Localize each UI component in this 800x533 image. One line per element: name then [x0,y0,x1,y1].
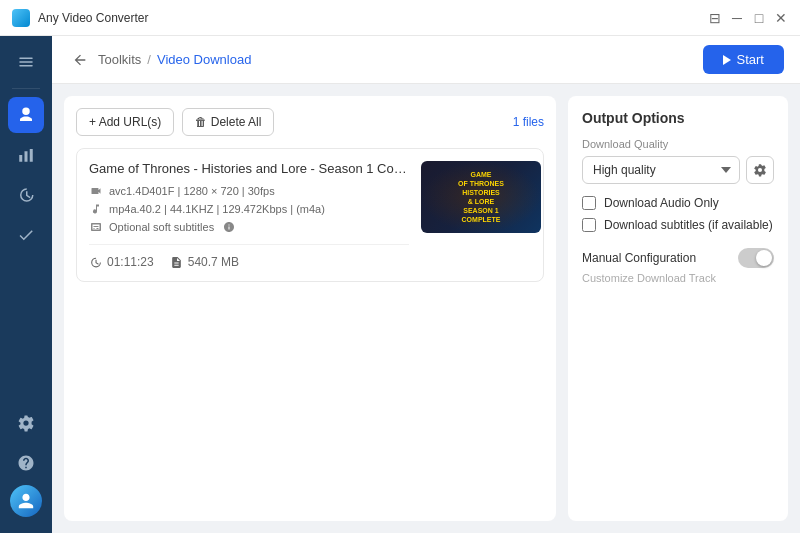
file-details: Game of Thrones - Histories and Lore - S… [89,161,409,269]
quality-settings-button[interactable] [746,156,774,184]
toggle-thumb [756,250,772,266]
duration-stat: 01:11:23 [89,255,154,269]
subtitles-row: Download subtitles (if available) [582,218,774,232]
audio-meta-row: mp4a.40.2 | 44.1KHZ | 129.472Kbps | (m4a… [89,202,409,216]
subtitle-meta-text: Optional soft subtitles [109,221,214,233]
sidebar-item-download[interactable] [8,97,44,133]
subtitle-meta-row: Optional soft subtitles [89,220,409,234]
avatar[interactable] [10,485,42,517]
video-meta-text: avc1.4D401F | 1280 × 720 | 30fps [109,185,275,197]
sidebar-item-tasks[interactable] [8,217,44,253]
sidebar-item-help[interactable] [8,445,44,481]
manual-config-toggle[interactable] [738,248,774,268]
sidebar-item-menu[interactable] [8,44,44,80]
quality-row: High quality Medium quality Low quality [582,156,774,184]
window-controls: ⊟ ─ □ ✕ [708,11,788,25]
file-item: Game of Thrones - Histories and Lore - S… [76,148,544,282]
file-list-panel: + Add URL(s) 🗑 Delete All 1 files Game o… [64,96,556,521]
breadcrumb-toolkits[interactable]: Toolkits [98,52,141,67]
audio-only-row: Download Audio Only [582,196,774,210]
app-icon [12,9,30,27]
file-count: 1 files [513,115,544,129]
sidebar [0,36,52,533]
size-stat: 540.7 MB [170,255,239,269]
close-button[interactable]: ✕ [774,11,788,25]
manual-config-row: Manual Configuration [582,248,774,268]
quality-label: Download Quality [582,138,774,150]
customize-label: Customize Download Track [582,272,774,284]
svg-rect-4 [25,151,28,162]
audio-only-label: Download Audio Only [604,196,719,210]
file-title: Game of Thrones - Histories and Lore - S… [89,161,409,176]
svg-rect-2 [19,65,33,67]
sidebar-item-history[interactable] [8,177,44,213]
file-metadata: avc1.4D401F | 1280 × 720 | 30fps mp4a.40… [89,184,409,234]
svg-rect-5 [30,149,33,162]
page-header: Toolkits / Video Download Start [52,36,800,84]
start-button[interactable]: Start [703,45,784,74]
file-toolbar: + Add URL(s) 🗑 Delete All 1 files [76,108,544,136]
title-bar: Any Video Converter ⊟ ─ □ ✕ [0,0,800,36]
svg-rect-1 [19,61,33,63]
sidebar-item-chart[interactable] [8,137,44,173]
output-options-panel: Output Options Download Quality High qua… [568,96,788,521]
video-icon [89,184,103,198]
audio-icon [89,202,103,216]
quality-select[interactable]: High quality Medium quality Low quality [582,156,740,184]
restore-button[interactable]: ⊟ [708,11,722,25]
back-button[interactable] [68,48,92,72]
delete-all-button[interactable]: 🗑 Delete All [182,108,274,136]
file-thumbnail: GAMEOF THRONESHISTORIES& LORESEASON 1COM… [421,161,541,233]
audio-only-checkbox[interactable] [582,196,596,210]
manual-config-label: Manual Configuration [582,251,696,265]
audio-meta-text: mp4a.40.2 | 44.1KHZ | 129.472Kbps | (m4a… [109,203,325,215]
add-url-button[interactable]: + Add URL(s) [76,108,174,136]
play-icon [723,55,731,65]
thumbnail-text: GAMEOF THRONESHISTORIES& LORESEASON 1COM… [454,166,508,229]
info-icon [222,220,236,234]
video-meta-row: avc1.4D401F | 1280 × 720 | 30fps [89,184,409,198]
sidebar-item-settings[interactable] [8,405,44,441]
subtitles-label: Download subtitles (if available) [604,218,773,232]
minimize-button[interactable]: ─ [730,11,744,25]
svg-rect-0 [19,58,33,60]
breadcrumb-current: Video Download [157,52,251,67]
subtitles-checkbox[interactable] [582,218,596,232]
maximize-button[interactable]: □ [752,11,766,25]
svg-rect-3 [19,155,22,162]
file-stats: 01:11:23 540.7 MB [89,244,409,269]
subtitle-icon [89,220,103,234]
output-options-title: Output Options [582,110,774,126]
breadcrumb-separator: / [147,52,151,67]
app-title: Any Video Converter [38,11,149,25]
